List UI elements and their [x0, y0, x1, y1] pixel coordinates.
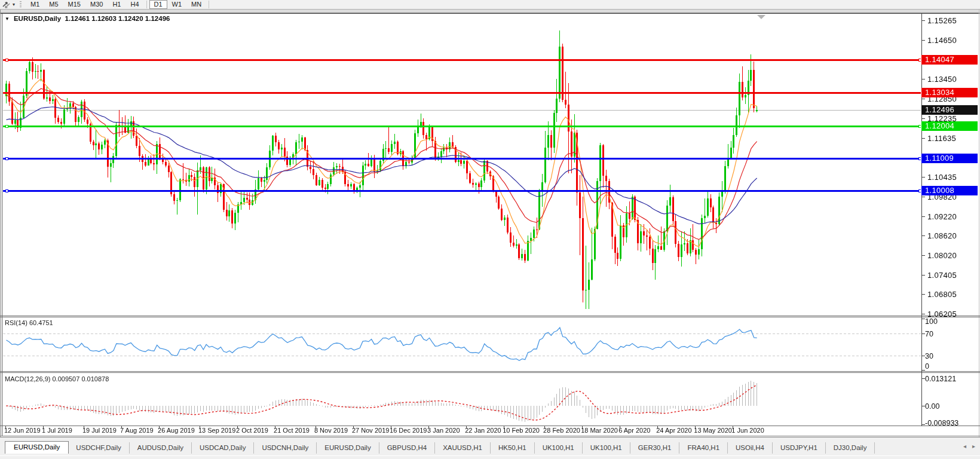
price-axis-label: 1.15265: [927, 16, 957, 25]
date-axis-label: 22 Jan 2020: [465, 427, 501, 434]
status-strip: [0, 455, 980, 459]
chart-tab-usdcnh-daily-4[interactable]: USDCNH,Daily: [254, 442, 317, 454]
date-axis-label: 13 Sep 2019: [198, 427, 235, 434]
price-tag: 1.13034: [921, 88, 978, 97]
macd-axis-label: 0.013121: [925, 375, 956, 383]
trading-platform-window: ▾ M1M5M15M30H1H4D1W1MN ▼EURUSD,Daily 1.1…: [0, 0, 980, 459]
chart-tab-usdcad-daily-3[interactable]: USDCAD,Daily: [192, 442, 254, 454]
toolbar-dropdown-caret-icon[interactable]: ▾: [13, 0, 15, 9]
chart-tab-hk50-h1-8[interactable]: HK50,H1: [491, 442, 535, 454]
date-axis-label: 6 Apr 2020: [618, 427, 650, 434]
rsi-indicator-label: RSI(14) 60.4751: [5, 319, 53, 326]
chart-canvas[interactable]: [0, 0, 980, 437]
date-axis-label: 8 Nov 2019: [314, 427, 348, 434]
chart-tab-uk100-h1-9[interactable]: UK100,H1: [535, 442, 583, 454]
date-axis-label: 1 Jun 2020: [731, 427, 764, 434]
macd-axis-label: 0.00: [925, 402, 939, 411]
timeframe-button-m30[interactable]: M30: [85, 0, 108, 9]
chart-tab-usdchf-daily-1[interactable]: USDCHF,Daily: [68, 442, 129, 454]
date-axis-label: 1 Jul 2019: [42, 427, 72, 434]
chart-title: ▼EURUSD,Daily 1.12461 1.12603 1.12420 1.…: [5, 15, 170, 22]
date-axis-label: 3 Jan 2020: [427, 427, 460, 434]
date-axis-label: 16 Dec 2019: [390, 427, 427, 434]
timeframe-button-m1[interactable]: M1: [26, 0, 44, 9]
price-axis-label: 1.14650: [927, 36, 957, 45]
timeframe-button-h1[interactable]: H1: [108, 0, 125, 9]
timeframe-button-m15[interactable]: M15: [63, 0, 85, 9]
timeframe-button-m5[interactable]: M5: [44, 0, 63, 9]
chart-tab-eurusd-daily-0[interactable]: EURUSD,Daily: [5, 441, 69, 454]
chart-tab-ger30-h1-11[interactable]: GER30,H1: [630, 442, 680, 454]
timeframe-button-mn[interactable]: MN: [186, 0, 206, 9]
toolbar-grip[interactable]: [20, 1, 22, 8]
price-axis-label: 1.13450: [927, 75, 957, 84]
tab-scroll-right-icon[interactable]: ▸: [972, 442, 975, 451]
price-axis-label: 1.09220: [927, 212, 957, 221]
chart-tab-xauusd-h1-7[interactable]: XAUUSD,H1: [435, 442, 491, 454]
chart-symbol-label: EURUSD,Daily: [14, 15, 61, 22]
chart-tab-eurusd-daily-5[interactable]: EURUSD,Daily: [317, 442, 379, 454]
price-axis-label: 1.08020: [927, 251, 957, 260]
timeframe-buttons: M1M5M15M30H1H4D1W1MN: [26, 0, 212, 9]
price-tag: 1.14047: [921, 55, 978, 65]
macd-axis-label: -0.008933: [925, 419, 958, 427]
chart-tools-icon[interactable]: [2, 1, 11, 8]
chart-tab-usdjpy-h1-14[interactable]: USDJPY,H1: [773, 442, 826, 454]
macd-indicator-label: MACD(12,26,9) 0.009507 0.010878: [5, 375, 109, 382]
chart-tab-fra40-h1-12[interactable]: FRA40,H1: [679, 442, 728, 454]
toolbar-separator: [146, 1, 147, 8]
date-axis-label: 21 Oct 2019: [274, 427, 310, 434]
date-axis-label: 12 Jun 2019: [4, 427, 41, 434]
chart-context-dropdown-icon[interactable]: ▼: [5, 16, 10, 22]
rsi-axis-label: 70: [925, 330, 933, 338]
rsi-axis-label: 0: [925, 362, 929, 371]
chart-ohlc-values: 1.12461 1.12603 1.12420 1.12496: [65, 15, 170, 22]
rsi-axis-label: 100: [925, 317, 938, 326]
price-tag: 1.11009: [921, 154, 978, 163]
date-axis-label: 18 Mar 2020: [581, 427, 618, 434]
tab-scroll-left-icon[interactable]: ◂: [963, 442, 966, 451]
price-tag: 1.12004: [921, 121, 978, 131]
price-tag: 1.10008: [921, 186, 978, 195]
date-axis-label: 13 May 2020: [694, 427, 732, 434]
chart-shift-marker[interactable]: [757, 15, 765, 19]
date-axis-label: 19 Jul 2019: [82, 427, 117, 434]
timeframe-toolbar: ▾ M1M5M15M30H1H4D1W1MN: [0, 0, 980, 9]
chart-tab-dj30-daily-15[interactable]: DJ30,Daily: [826, 442, 875, 454]
date-axis-label: 27 Nov 2019: [352, 427, 389, 434]
chart-tab-uk100-h1-10[interactable]: UK100,H1: [583, 442, 630, 454]
date-axis-label: 24 Apr 2020: [656, 427, 691, 434]
date-axis-label: 26 Aug 2019: [158, 427, 195, 434]
chart-tab-audusd-daily-2[interactable]: AUDUSD,Daily: [130, 442, 192, 454]
chart-tab-usoil-h4-13[interactable]: USOil,H4: [728, 442, 773, 454]
timeframe-button-h4[interactable]: H4: [125, 0, 143, 9]
timeframe-button-d1[interactable]: D1: [149, 0, 167, 9]
date-axis-label: 28 Feb 2020: [543, 427, 580, 434]
date-axis-label: 2 Oct 2019: [236, 427, 268, 434]
date-axis-label: 7 Aug 2019: [120, 427, 154, 434]
price-axis-label: 1.07405: [927, 271, 957, 280]
price-axis-label: 1.06805: [927, 290, 957, 299]
price-axis-label: 1.08620: [927, 231, 957, 240]
timeframe-button-w1[interactable]: W1: [167, 0, 187, 9]
price-axis-label: 1.10435: [927, 173, 957, 182]
date-axis-label: 10 Feb 2020: [503, 427, 540, 434]
rsi-axis-label: 30: [925, 352, 933, 360]
chart-tab-gbpusd-h4-6[interactable]: GBPUSD,H4: [379, 442, 435, 454]
price-tag: 1.12496: [921, 105, 978, 115]
price-axis-label: 1.11635: [927, 134, 956, 143]
toolbar-separator: [209, 1, 209, 8]
